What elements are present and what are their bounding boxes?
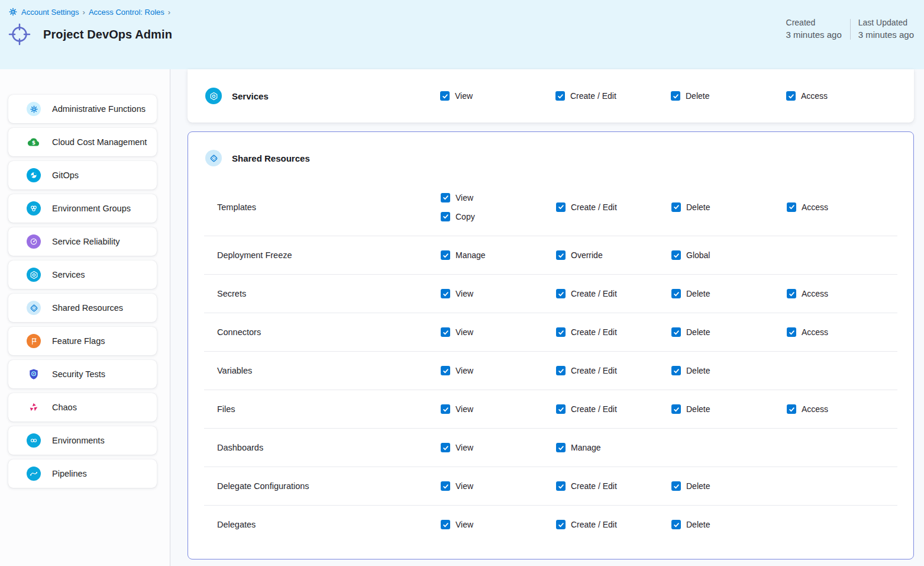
checkbox-checked-icon[interactable]	[441, 366, 450, 375]
checkbox-checked-icon[interactable]	[556, 520, 566, 529]
checkbox-checked-icon[interactable]	[787, 404, 796, 414]
checkbox-checked-icon[interactable]	[441, 443, 450, 452]
permission-checkbox-delete[interactable]: Delete	[671, 520, 710, 529]
permission-checkbox-view[interactable]: View	[441, 193, 473, 202]
checkbox-checked-icon[interactable]	[671, 250, 681, 260]
permission-checkbox-manage[interactable]: Manage	[441, 250, 486, 260]
checkbox-checked-icon[interactable]	[556, 443, 566, 452]
sidebar-item-feature-flags[interactable]: Feature Flags	[8, 327, 157, 355]
permission-cell: Delete	[671, 366, 710, 375]
permission-label: Create / Edit	[571, 481, 617, 491]
checkbox-checked-icon[interactable]	[671, 91, 680, 101]
permission-checkbox-view[interactable]: View	[441, 404, 473, 414]
permission-checkbox-access[interactable]: Access	[787, 289, 828, 298]
permission-checkbox-view[interactable]: View	[441, 443, 473, 452]
permission-checkbox-manage[interactable]: Manage	[556, 443, 601, 452]
checkbox-checked-icon[interactable]	[556, 404, 566, 414]
checkbox-checked-icon[interactable]	[787, 327, 796, 337]
permission-checkbox-view[interactable]: View	[440, 91, 473, 101]
sidebar-item-administrative-functions[interactable]: Administrative Functions	[8, 95, 157, 123]
checkbox-checked-icon[interactable]	[787, 289, 796, 298]
sidebar-item-security-tests[interactable]: Security Tests	[8, 360, 157, 388]
permission-cell: Delete	[671, 327, 710, 337]
permission-checkbox-create-edit[interactable]: Create / Edit	[556, 366, 617, 375]
checkbox-checked-icon[interactable]	[787, 202, 796, 212]
permission-checkbox-delete[interactable]: Delete	[671, 481, 710, 491]
checkbox-checked-icon[interactable]	[441, 289, 450, 298]
checkbox-checked-icon[interactable]	[556, 289, 566, 298]
sidebar-item-service-reliability[interactable]: Service Reliability	[8, 227, 157, 256]
permission-checkbox-override[interactable]: Override	[556, 250, 603, 260]
checkbox-checked-icon[interactable]	[441, 327, 450, 337]
permission-checkbox-view[interactable]: View	[441, 366, 473, 375]
permission-checkbox-view[interactable]: View	[441, 327, 473, 337]
sidebar-item-services[interactable]: Services	[8, 261, 157, 289]
checkbox-checked-icon[interactable]	[441, 481, 450, 491]
checkbox-checked-icon[interactable]	[441, 193, 450, 202]
last-updated-meta: Last Updated 3 minutes ago	[858, 18, 914, 40]
permission-checkbox-view[interactable]: View	[441, 481, 473, 491]
sidebar-item-cloud-cost-management[interactable]: $Cloud Cost Management	[8, 128, 157, 156]
permission-checkbox-create-edit[interactable]: Create / Edit	[556, 404, 617, 414]
checkbox-checked-icon[interactable]	[440, 91, 450, 101]
permission-checkbox-access[interactable]: Access	[787, 404, 828, 414]
checkbox-checked-icon[interactable]	[671, 520, 681, 529]
checkbox-checked-icon[interactable]	[786, 91, 796, 101]
sidebar-item-chaos[interactable]: Chaos	[8, 393, 157, 422]
permission-checkbox-access[interactable]: Access	[786, 91, 828, 101]
permission-checkbox-view[interactable]: View	[441, 289, 473, 298]
checkbox-checked-icon[interactable]	[556, 481, 566, 491]
permission-checkbox-create-edit[interactable]: Create / Edit	[556, 289, 617, 298]
permission-checkbox-create-edit[interactable]: Create / Edit	[555, 91, 616, 101]
sidebar-item-environments[interactable]: Environments	[8, 426, 157, 455]
checkbox-checked-icon[interactable]	[441, 520, 450, 529]
checkbox-checked-icon[interactable]	[671, 289, 681, 298]
checkbox-checked-icon[interactable]	[556, 366, 566, 375]
permission-checkbox-create-edit[interactable]: Create / Edit	[556, 202, 617, 212]
checkbox-checked-icon[interactable]	[556, 202, 566, 212]
permission-cell: View	[441, 289, 473, 298]
permission-cell: Delete	[671, 481, 710, 491]
checkbox-checked-icon[interactable]	[441, 212, 450, 221]
permission-checkbox-view[interactable]: View	[441, 520, 473, 529]
checkbox-checked-icon[interactable]	[441, 404, 450, 414]
checkbox-checked-icon[interactable]	[555, 91, 565, 101]
checkbox-checked-icon[interactable]	[671, 366, 681, 375]
permission-checkbox-global[interactable]: Global	[671, 250, 710, 260]
breadcrumb-link-account-settings[interactable]: Account Settings	[21, 8, 79, 17]
permission-cell: Create / Edit	[556, 404, 617, 414]
sidebar-item-shared-resources[interactable]: Shared Resources	[8, 294, 157, 322]
permission-checkbox-create-edit[interactable]: Create / Edit	[556, 481, 617, 491]
permission-checkbox-access[interactable]: Access	[787, 202, 828, 212]
permission-checkbox-delete[interactable]: Delete	[671, 327, 710, 337]
created-label: Created	[786, 18, 842, 27]
breadcrumb-link-access-control-roles[interactable]: Access Control: Roles	[89, 8, 164, 17]
permission-checkbox-delete[interactable]: Delete	[671, 202, 710, 212]
resource-row-label: Secrets	[217, 289, 246, 298]
permission-cell: Create / Edit	[556, 481, 617, 491]
checkbox-checked-icon[interactable]	[441, 250, 450, 260]
checkbox-checked-icon[interactable]	[671, 481, 681, 491]
sidebar-item-label: Environments	[52, 436, 105, 445]
permission-label: View	[455, 481, 473, 491]
permission-checkbox-access[interactable]: Access	[787, 327, 828, 337]
sidebar-item-gitops[interactable]: GitOps	[8, 161, 157, 189]
sidebar-item-pipelines[interactable]: Pipelines	[8, 459, 157, 488]
checkbox-checked-icon[interactable]	[671, 202, 681, 212]
permission-checkbox-delete[interactable]: Delete	[671, 366, 710, 375]
checkbox-checked-icon[interactable]	[556, 327, 566, 337]
checkbox-checked-icon[interactable]	[671, 404, 681, 414]
checkbox-checked-icon[interactable]	[556, 250, 566, 260]
permission-checkbox-create-edit[interactable]: Create / Edit	[556, 327, 617, 337]
permission-checkbox-create-edit[interactable]: Create / Edit	[556, 520, 617, 529]
permission-checkbox-delete[interactable]: Delete	[671, 289, 710, 298]
permission-label: View	[455, 366, 473, 375]
permission-checkbox-delete[interactable]: Delete	[671, 91, 709, 101]
sidebar-item-environment-groups[interactable]: Environment Groups	[8, 194, 157, 223]
permission-label: View	[455, 289, 473, 298]
settings-gear-icon	[8, 7, 18, 17]
permission-checkbox-copy[interactable]: Copy	[441, 212, 475, 221]
permission-label: Create / Edit	[571, 289, 617, 298]
checkbox-checked-icon[interactable]	[671, 327, 681, 337]
permission-checkbox-delete[interactable]: Delete	[671, 404, 710, 414]
